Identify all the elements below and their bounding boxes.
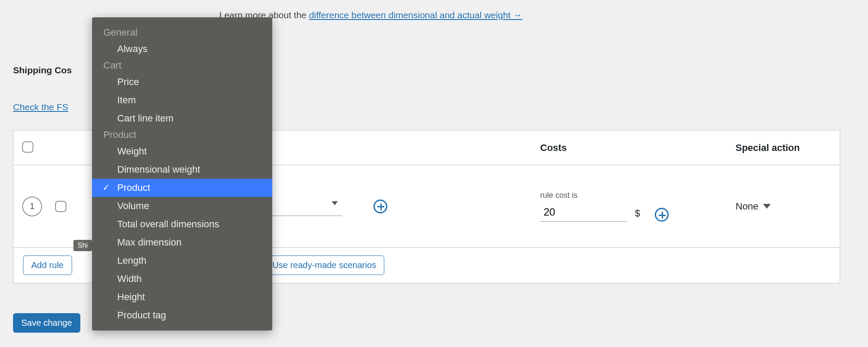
- dropdown-item[interactable]: Max dimension: [92, 233, 272, 252]
- dropdown-item[interactable]: Total overall dimensions: [92, 215, 272, 233]
- weight-help-link[interactable]: difference between dimensional and actua…: [309, 10, 522, 20]
- header-col-costs: Costs: [540, 142, 736, 154]
- dropdown-item[interactable]: Price: [92, 73, 272, 91]
- row-order-handle[interactable]: 1: [22, 196, 42, 216]
- dropdown-item[interactable]: Height: [92, 288, 272, 306]
- add-cost-button[interactable]: [655, 208, 669, 222]
- cost-label: rule cost is: [540, 191, 627, 200]
- dropdown-item[interactable]: Weight: [92, 142, 272, 160]
- dropdown-item[interactable]: Volume: [92, 197, 272, 215]
- dropdown-item[interactable]: Product tag: [92, 306, 272, 324]
- use-scenarios-button[interactable]: Use ready-made scenarios: [264, 255, 384, 275]
- dropdown-item[interactable]: Width: [92, 270, 272, 288]
- check-fs-link[interactable]: Check the FS: [13, 102, 68, 112]
- add-condition-button[interactable]: [373, 200, 387, 213]
- dropdown-item[interactable]: Length: [92, 252, 272, 270]
- add-rule-button[interactable]: Add rule: [23, 255, 72, 275]
- dropdown-group-label: Product: [92, 128, 272, 142]
- special-action-value: None: [736, 201, 759, 212]
- select-all-checkbox[interactable]: [22, 141, 33, 153]
- condition-type-dropdown[interactable]: GeneralAlwaysCartPriceItemCart line item…: [92, 17, 272, 331]
- row-order-number: 1: [30, 201, 34, 211]
- currency-symbol: $: [635, 208, 640, 219]
- chevron-down-icon: [763, 204, 771, 209]
- cost-input[interactable]: [540, 203, 627, 222]
- chevron-down-icon[interactable]: [332, 201, 338, 205]
- dropdown-item[interactable]: Always: [92, 40, 272, 58]
- section-title-shipping-cost: Shipping Cos: [13, 65, 72, 75]
- dropdown-group-label: Cart: [92, 58, 272, 73]
- dropdown-item[interactable]: Item: [92, 91, 272, 109]
- dropdown-group-label: General: [92, 25, 272, 40]
- header-col-checkbox: [22, 141, 83, 154]
- dropdown-item[interactable]: Product: [92, 179, 272, 197]
- row-checkbox[interactable]: [55, 201, 66, 212]
- header-col-special-action: Special action: [736, 142, 831, 154]
- dropdown-item[interactable]: Dimensional weight: [92, 160, 272, 179]
- costs-area: rule cost is $: [540, 191, 736, 222]
- save-changes-button[interactable]: Save change: [13, 313, 80, 333]
- special-action-select[interactable]: None: [736, 201, 771, 212]
- dropdown-item[interactable]: Cart line item: [92, 109, 272, 128]
- special-action-area: None: [736, 201, 831, 212]
- tooltip-fragment: Shi: [73, 240, 92, 251]
